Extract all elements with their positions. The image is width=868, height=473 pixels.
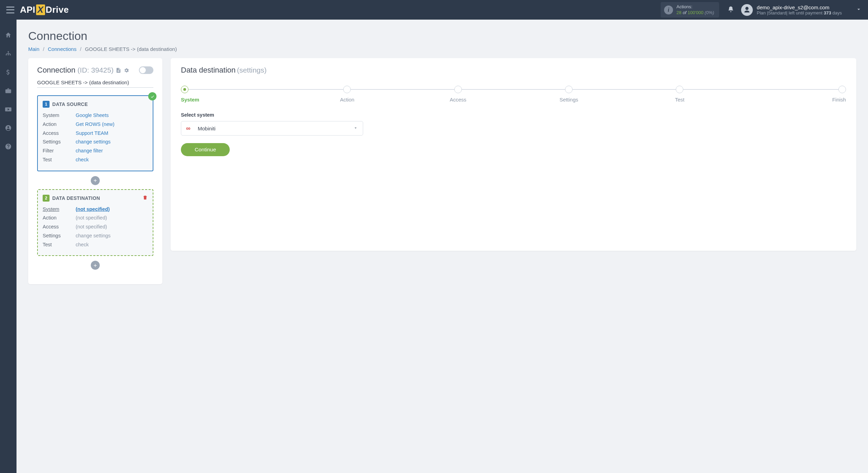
selected-system-text: Mobiniti — [198, 126, 353, 131]
source-link[interactable]: change filter — [76, 147, 103, 155]
add-destination-button[interactable]: + — [91, 261, 100, 270]
user-email: demo_apix-drive_s2@com.com — [757, 4, 842, 10]
source-row: Testcheck — [43, 156, 148, 164]
actions-used: 28 — [676, 10, 681, 15]
stepper: SystemActionAccessSettingsTestFinish — [181, 86, 846, 103]
source-link[interactable]: change settings — [76, 138, 111, 146]
connection-toggle[interactable] — [139, 66, 153, 74]
source-link[interactable]: Google Sheets — [76, 112, 109, 119]
source-step-num: 1 — [43, 101, 50, 108]
check-icon — [148, 92, 156, 100]
step-system[interactable]: System — [181, 86, 292, 103]
actions-counter[interactable]: i Actions: 28 of 100'000 (0%) — [661, 2, 719, 18]
source-row: AccessSupport TEAM — [43, 130, 148, 137]
step-finish[interactable]: Finish — [735, 86, 846, 103]
dest-row: Settingschange settings — [43, 232, 148, 240]
dest-step-num: 2 — [43, 195, 50, 202]
sidebar — [0, 20, 17, 473]
document-icon[interactable] — [116, 67, 121, 73]
user-plan: Plan |Standard| left until payment 373 d… — [757, 10, 842, 15]
nav-billing[interactable] — [0, 67, 17, 77]
user-menu-caret[interactable] — [856, 6, 862, 13]
source-row: ActionGet ROWS (new) — [43, 121, 148, 128]
trash-icon[interactable] — [142, 195, 148, 201]
menu-toggle[interactable] — [6, 7, 14, 13]
step-settings[interactable]: Settings — [513, 86, 624, 103]
step-action[interactable]: Action — [292, 86, 402, 103]
avatar[interactable] — [741, 4, 753, 16]
actions-label: Actions: — [676, 4, 714, 10]
nav-help[interactable] — [0, 141, 17, 152]
wizard-panel: Data destination (settings) SystemAction… — [171, 58, 856, 251]
wizard-title: Data destination — [181, 66, 236, 74]
breadcrumb-connections[interactable]: Connections — [48, 46, 76, 52]
source-row: SystemGoogle Sheets — [43, 112, 148, 119]
source-title: DATA SOURCE — [52, 101, 88, 107]
source-link[interactable]: Get ROWS (new) — [76, 121, 115, 128]
breadcrumb-current: GOOGLE SHEETS -> (data destination) — [85, 46, 177, 52]
actions-pct: (0%) — [705, 10, 714, 15]
connection-name-input[interactable] — [37, 78, 153, 88]
source-link[interactable]: check — [76, 156, 89, 164]
connection-panel: Connection (ID: 39425) — [28, 58, 162, 284]
info-icon: i — [664, 6, 673, 14]
add-source-button[interactable]: + — [91, 176, 100, 185]
step-test[interactable]: Test — [624, 86, 735, 103]
dest-row: Action(not specified) — [43, 214, 148, 222]
nav-tools[interactable] — [0, 86, 17, 96]
mobiniti-icon: ∞ — [186, 125, 194, 131]
nav-home[interactable] — [0, 30, 17, 40]
main-content: Connection Main / Connections / GOOGLE S… — [17, 20, 868, 473]
nav-account[interactable] — [0, 123, 17, 133]
nav-connections[interactable] — [0, 49, 17, 59]
gear-icon[interactable] — [123, 67, 129, 73]
page-title: Connection — [28, 29, 856, 43]
data-destination-card[interactable]: 2 DATA DESTINATION System(not specified)… — [37, 189, 153, 256]
breadcrumb: Main / Connections / GOOGLE SHEETS -> (d… — [28, 46, 856, 52]
dest-row: System(not specified) — [43, 206, 148, 213]
dest-row: Testcheck — [43, 241, 148, 249]
system-select[interactable]: ∞ Mobiniti — [181, 121, 363, 136]
source-row: Filterchange filter — [43, 147, 148, 155]
connection-id: (ID: 39425) — [77, 66, 113, 74]
notifications-button[interactable] — [726, 6, 736, 14]
user-info[interactable]: demo_apix-drive_s2@com.com Plan |Standar… — [757, 4, 842, 15]
wizard-subtitle: (settings) — [237, 66, 267, 74]
breadcrumb-main[interactable]: Main — [28, 46, 40, 52]
dest-title: DATA DESTINATION — [52, 195, 100, 201]
step-access[interactable]: Access — [403, 86, 513, 103]
dest-link-active[interactable]: (not specified) — [76, 206, 110, 213]
logo[interactable]: APIXDrive — [20, 4, 69, 15]
nav-video[interactable] — [0, 104, 17, 115]
data-source-card[interactable]: 1 DATA SOURCE SystemGoogle SheetsActionG… — [37, 95, 153, 171]
chevron-down-icon — [353, 126, 358, 131]
source-link[interactable]: Support TEAM — [76, 130, 108, 137]
source-row: Settingschange settings — [43, 138, 148, 146]
connection-heading: Connection — [37, 66, 75, 75]
select-system-label: Select system — [181, 112, 846, 118]
dest-row: Access(not specified) — [43, 223, 148, 231]
actions-limit: 100'000 — [688, 10, 704, 15]
app-header: APIXDrive i Actions: 28 of 100'000 (0%) … — [0, 0, 868, 20]
continue-button[interactable]: Continue — [181, 143, 230, 156]
